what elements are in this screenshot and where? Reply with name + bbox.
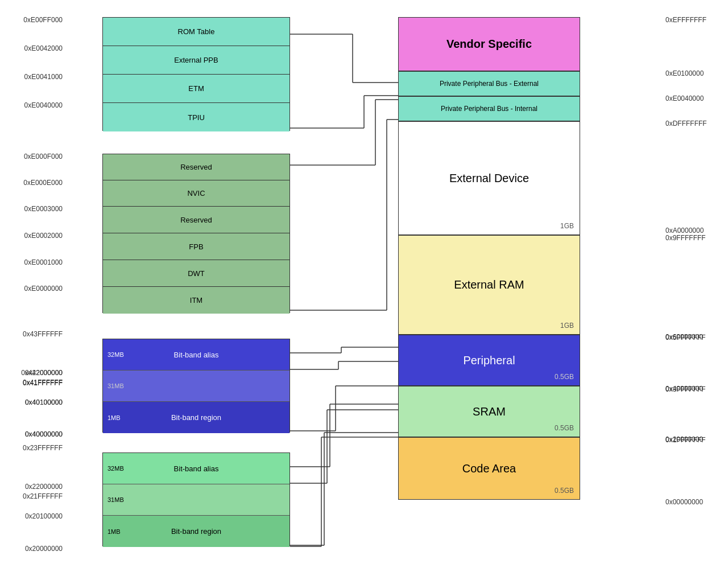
addr-e00ff000: 0xE00FF000 <box>0 16 63 24</box>
addr-9fffffff: 0x9FFFFFFF <box>665 234 728 242</box>
peripheral-box: Peripheral 0.5GB <box>398 335 580 386</box>
periph-alias-label: Bit-band alias <box>174 351 219 359</box>
external-ram-label: External RAM <box>454 278 524 291</box>
sram-region-label: Bit-band region <box>171 527 221 536</box>
addr-e0001000: 0xE0001000 <box>0 258 63 266</box>
ppb-internal-label: Private Peripheral Bus - Internal <box>441 105 537 113</box>
sram-label: SRAM <box>473 405 506 418</box>
ppb-external-box: Private Peripheral Bus - External <box>398 71 580 96</box>
periph-alias-size: 32MB <box>107 351 124 358</box>
itm-label: ITM <box>190 296 202 305</box>
peripheral-size: 0.5GB <box>555 373 574 381</box>
addr-21ffffff: 0x21FFFFFF <box>0 492 63 500</box>
sram-31mb: 31MB <box>107 496 124 503</box>
addr-40100000-l: 0x40100000 <box>0 398 63 406</box>
sram-alias-label: Bit-band alias <box>174 464 219 473</box>
fpb-label: FPB <box>189 242 203 251</box>
addr-e000e000: 0xE000E000 <box>0 179 63 187</box>
addr-effffffff: 0xEFFFFFFF <box>665 16 728 24</box>
sram-alias-size: 32MB <box>107 465 124 472</box>
addr-43ffffff: 0x43FFFFFF <box>0 330 63 338</box>
periph-31mb: 31MB <box>107 382 124 389</box>
vendor-specific-box: Vendor Specific <box>398 17 580 71</box>
addr-e0042000: 0xE0042000 <box>0 44 63 52</box>
tpiu-label: TPIU <box>188 113 205 122</box>
reserved-top-label: Reserved <box>180 163 212 171</box>
external-ram-size: 1GB <box>560 322 574 330</box>
ext-ppb-label: External PPB <box>174 56 218 64</box>
addr-20000000-l: 0x20000000 <box>0 545 63 553</box>
periph-bitband-group: 32MB Bit-band alias 31MB 1MB Bit-band re… <box>102 339 290 433</box>
peripheral-label: Peripheral <box>463 354 515 367</box>
rom-table-label: ROM Table <box>178 27 215 36</box>
addr-20100000: 0x20100000 <box>0 512 63 520</box>
external-device-box: External Device 1GB <box>398 121 580 235</box>
vendor-specific-label: Vendor Specific <box>446 38 532 51</box>
addr-e0040000: 0xE0040000 <box>665 94 728 102</box>
addr-e0100000: 0xE0100000 <box>665 69 728 77</box>
sram-size: 0.5GB <box>555 424 574 432</box>
addr-dfffffff: 0xDFFFFFFF <box>665 120 728 127</box>
ext-ppb-group: ROM Table External PPB ETM TPIU <box>102 17 290 131</box>
dwt-label: DWT <box>188 269 205 278</box>
external-device-size: 1GB <box>560 222 574 230</box>
addr-e000f000: 0xE000F000 <box>0 153 63 161</box>
addr-e0002000: 0xE0002000 <box>0 232 63 240</box>
addr-a0000000: 0xA0000000 <box>665 227 728 234</box>
external-ram-box: External RAM 1GB <box>398 235 580 335</box>
addr-00000000: 0x00000000 <box>665 498 728 506</box>
addr-42000000-l: 0x42000000 <box>0 369 63 377</box>
ppb-external-label: Private Peripheral Bus - External <box>440 80 539 88</box>
addr-e0040000: 0xE0040000 <box>0 101 63 109</box>
diagram-container: Vendor Specific Private Peripheral Bus -… <box>0 0 728 576</box>
code-area-size: 0.5GB <box>555 487 574 495</box>
etm-label: ETM <box>188 84 204 93</box>
ppb-internal-box: Private Peripheral Bus - Internal <box>398 96 580 121</box>
sram-region-size: 1MB <box>107 528 121 535</box>
addr-e0000000: 0xE0000000 <box>0 285 63 293</box>
periph-region-label: Bit-band region <box>171 413 221 422</box>
addr-5fffffff: 0x5FFFFFFF <box>665 334 728 342</box>
addr-23ffffff: 0x23FFFFFF <box>0 444 63 452</box>
nvic-label: NVIC <box>187 189 205 198</box>
int-ppb-group: Reserved NVIC Reserved FPB DWT ITM <box>102 154 290 313</box>
sram-box: SRAM 0.5GB <box>398 386 580 437</box>
addr-41ffffff-l: 0x41FFFFFF <box>0 378 63 386</box>
reserved-mid-label: Reserved <box>180 216 212 224</box>
external-device-label: External Device <box>449 172 529 185</box>
addr-e0003000: 0xE0003000 <box>0 205 63 213</box>
addr-1fffffff: 0x1FFFFFFF <box>665 436 728 444</box>
code-area-box: Code Area 0.5GB <box>398 437 580 500</box>
sram-bitband-group: 32MB Bit-band alias 31MB 1MB Bit-band re… <box>102 452 290 546</box>
addr-40000000-lv: 0x40000000 <box>0 430 63 438</box>
addr-e0041000: 0xE0041000 <box>0 73 63 81</box>
code-area-label: Code Area <box>462 462 516 475</box>
addr-3fffffff: 0x3FFFFFFF <box>665 385 728 393</box>
periph-region-size: 1MB <box>107 414 121 421</box>
addr-22000000: 0x22000000 <box>0 483 63 491</box>
